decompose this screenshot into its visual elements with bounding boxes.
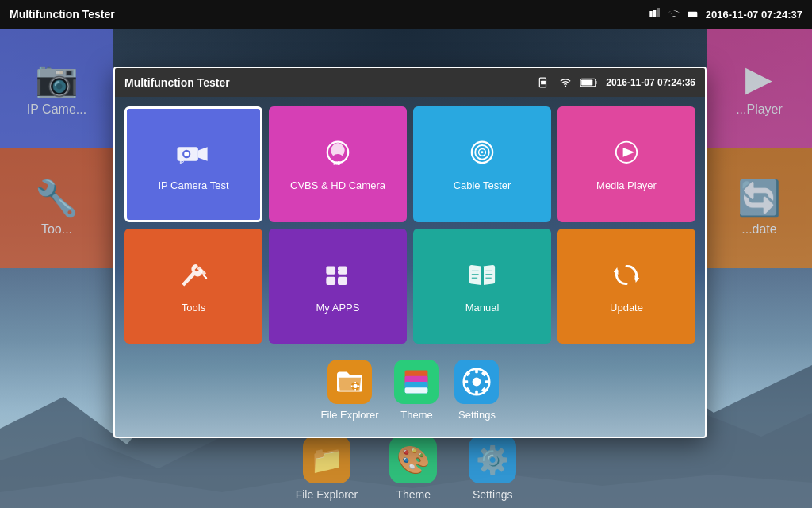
svg-text:HD: HD <box>333 160 341 166</box>
file-explorer-dock-label: File Explorer <box>321 409 379 421</box>
svg-rect-27 <box>326 276 335 284</box>
gear-settings-icon <box>462 368 491 396</box>
wifi-icon <box>558 77 573 88</box>
svg-rect-0 <box>649 11 652 17</box>
svg-point-22 <box>481 152 484 154</box>
manual-label: Manual <box>465 302 500 314</box>
svg-rect-12 <box>581 79 592 85</box>
tools-label: Tools <box>182 302 205 314</box>
svg-point-15 <box>184 152 189 156</box>
ip-camera-tile[interactable]: IP IP Camera Test <box>124 106 262 222</box>
modal-titlebar-right: 2016-11-07 07:24:36 <box>536 77 695 88</box>
outer-dock-file-explorer[interactable]: 📁 File Explorer <box>296 436 358 501</box>
svg-rect-28 <box>338 276 347 284</box>
manual-icon <box>465 259 500 294</box>
folder-icon <box>335 369 364 394</box>
svg-rect-26 <box>338 266 347 274</box>
theme-dock-icon <box>394 360 439 404</box>
svg-rect-53 <box>464 380 468 383</box>
battery-icon <box>580 77 598 88</box>
outer-dock-settings[interactable]: ⚙️ Settings <box>469 436 516 501</box>
modal-window: Multifunction Tester 2016-11-07 07:24:36 <box>113 67 707 438</box>
bg-datetime: 2016-11-07 07:24:37 <box>706 9 802 21</box>
outer-theme-label: Theme <box>396 488 431 501</box>
file-explorer-dock-icon <box>327 360 372 404</box>
bg-update-tile: 🔄 ...date <box>707 148 812 268</box>
bg-media-label: ...Player <box>736 102 783 117</box>
theme-dock-label: Theme <box>400 409 432 421</box>
svg-rect-25 <box>326 266 335 274</box>
cvbs-icon: HD <box>320 137 355 171</box>
bg-media-tile: ▶ ...Player <box>707 29 812 148</box>
tools-tile[interactable]: Tools <box>124 229 262 344</box>
app-grid: IP IP Camera Test HD CVBS & HD Camera <box>124 106 695 344</box>
ip-camera-icon: IP <box>176 137 211 171</box>
outer-dock: 📁 File Explorer 🎨 Theme ⚙️ Settings <box>0 437 812 508</box>
svg-rect-51 <box>476 369 479 373</box>
settings-dock-icon <box>454 360 499 404</box>
update-icon <box>609 259 644 294</box>
svg-rect-52 <box>476 391 479 394</box>
update-label: Update <box>610 302 643 314</box>
cable-label: Cable Tester <box>454 179 511 191</box>
modal-datetime: 2016-11-07 07:24:36 <box>606 77 695 88</box>
bg-tools-tile: 🔧 Too... <box>0 148 113 268</box>
manual-tile[interactable]: Manual <box>413 229 551 344</box>
modal-title: Multifunction Tester <box>124 76 230 89</box>
outer-theme-icon: 🎨 <box>389 436 437 483</box>
outer-dock-theme[interactable]: 🎨 Theme <box>389 436 437 501</box>
modal-content: IP IP Camera Test HD CVBS & HD Camera <box>115 97 705 437</box>
bg-app-title: Multifunction Tester <box>10 8 115 21</box>
svg-rect-48 <box>405 387 428 393</box>
media-tile[interactable]: Media Player <box>557 106 695 222</box>
media-label: Media Player <box>596 179 657 191</box>
ip-camera-label: IP Camera Test <box>158 179 228 191</box>
myapps-tile[interactable]: My APPS <box>269 229 407 344</box>
svg-point-10 <box>565 86 566 87</box>
svg-rect-4 <box>690 13 694 16</box>
outer-file-explorer-label: File Explorer <box>296 488 358 501</box>
modal-titlebar: Multifunction Tester 2016-11-07 07:24:36 <box>115 68 705 97</box>
bg-ip-tile: 📷 IP Came... <box>0 29 113 148</box>
bg-statusbar: Multifunction Tester 2016-11-07 07:24:37 <box>0 0 812 29</box>
svg-rect-9 <box>541 81 546 85</box>
cvbs-tile[interactable]: HD CVBS & HD Camera <box>269 106 407 222</box>
settings-dock-label: Settings <box>458 409 496 421</box>
myapps-icon <box>320 259 355 294</box>
svg-rect-54 <box>485 380 489 383</box>
cvbs-label: CVBS & HD Camera <box>290 179 385 191</box>
svg-point-50 <box>473 378 481 387</box>
bg-tools-label: Too... <box>41 222 72 237</box>
update-tile[interactable]: Update <box>557 229 695 344</box>
svg-point-40 <box>353 384 357 388</box>
modal-dock-theme[interactable]: Theme <box>394 360 439 421</box>
svg-rect-1 <box>653 10 656 17</box>
svg-marker-24 <box>623 148 635 157</box>
theme-icon-svg <box>402 368 431 396</box>
bg-statusbar-right: 2016-11-07 07:24:37 <box>649 8 802 21</box>
svg-rect-2 <box>657 8 660 17</box>
tools-icon <box>176 259 211 294</box>
outer-settings-icon: ⚙️ <box>469 436 516 483</box>
modal-dock-file-explorer[interactable]: File Explorer <box>321 360 379 421</box>
outer-file-explorer-icon: 📁 <box>303 436 350 483</box>
svg-text:IP: IP <box>179 160 184 164</box>
modal-dock-settings[interactable]: Settings <box>454 360 499 421</box>
outer-settings-label: Settings <box>473 488 513 501</box>
bg-update-label: ...date <box>741 222 776 237</box>
bg-ip-label: IP Came... <box>27 102 86 117</box>
cable-icon <box>465 137 500 171</box>
sim-icon <box>536 77 550 88</box>
cable-tile[interactable]: Cable Tester <box>413 106 551 222</box>
myapps-label: My APPS <box>316 302 360 314</box>
media-icon <box>609 137 644 171</box>
modal-dock: File Explorer Theme <box>124 353 695 427</box>
